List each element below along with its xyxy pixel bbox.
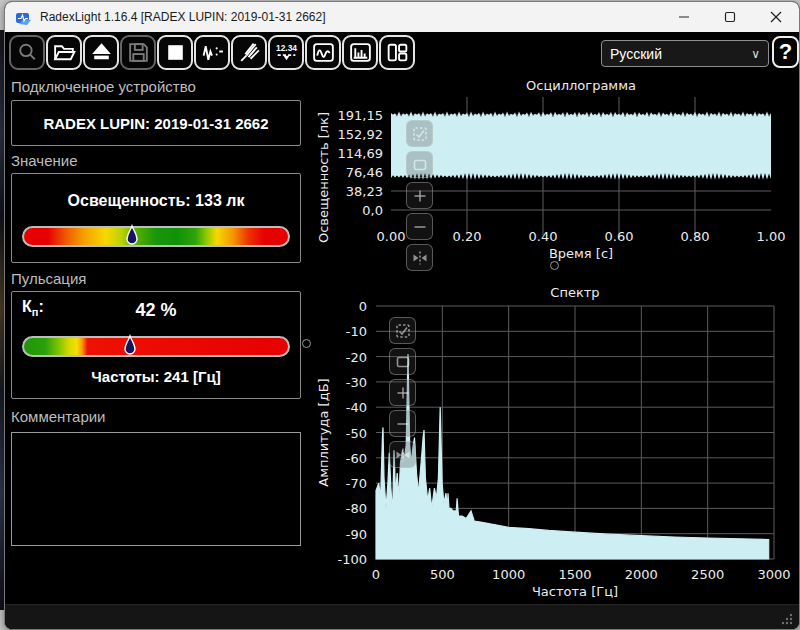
spec-x-tick: 1500 bbox=[558, 567, 591, 582]
search-device-button[interactable] bbox=[9, 35, 45, 70]
spectrum-view-button[interactable] bbox=[342, 35, 378, 70]
oscillogram-waveform bbox=[391, 111, 771, 179]
sweep-icon bbox=[237, 40, 262, 65]
value-header: Значение bbox=[11, 152, 78, 169]
clear-button[interactable] bbox=[231, 35, 267, 70]
oscillogram-select-region-button[interactable] bbox=[406, 120, 433, 147]
osc-y-tick: 152,92 bbox=[338, 127, 384, 142]
osc-y-tick: 191,15 bbox=[338, 108, 384, 123]
spectrum-zoom-out-button[interactable] bbox=[389, 410, 416, 437]
oscillogram-zoom-out-button[interactable] bbox=[406, 213, 433, 240]
osc-x-tick: 0.40 bbox=[529, 229, 558, 244]
toolbar: 12.34 Русский ∨ ? bbox=[5, 32, 799, 74]
stop-button[interactable] bbox=[157, 35, 193, 70]
zoom-out-icon bbox=[394, 415, 412, 433]
oscillogram-chart[interactable]: ОсциллограммаОсвещенность [лк]191,15152,… bbox=[316, 77, 795, 277]
device-box: RADEX LUPIN: 2019-01-31 2662 bbox=[11, 100, 301, 146]
eject-button[interactable] bbox=[83, 35, 119, 70]
svg-text:12.34: 12.34 bbox=[276, 43, 297, 53]
oscillogram-ylabel: Освещенность [лк] bbox=[316, 112, 331, 243]
zoom-in-icon bbox=[394, 384, 412, 402]
app-window: RadexLight 1.16.4 [RADEX LUPIN: 2019-01-… bbox=[4, 1, 800, 630]
spectrum-fit-width-button[interactable] bbox=[389, 441, 416, 468]
eject-icon bbox=[89, 40, 114, 65]
window-title: RadexLight 1.16.4 [RADEX LUPIN: 2019-01-… bbox=[40, 10, 326, 24]
spec-y-tick: -50 bbox=[346, 426, 367, 441]
oscillogram-title: Осциллограмма bbox=[526, 78, 636, 93]
spec-y-tick: -90 bbox=[346, 527, 367, 542]
comments-header: Комментарии bbox=[11, 408, 105, 425]
spec-y-tick: -60 bbox=[346, 451, 367, 466]
spectrum-title: Спектр bbox=[550, 285, 599, 300]
oscillogram-icon bbox=[311, 40, 336, 65]
value-box: Освещенность: 133 лк bbox=[11, 173, 301, 263]
close-icon bbox=[770, 11, 782, 23]
spec-x-tick: 3000 bbox=[757, 567, 790, 582]
spec-y-tick: -10 bbox=[346, 324, 367, 339]
osc-y-tick: 76,46 bbox=[346, 165, 383, 180]
osc-x-tick: 0.00 bbox=[377, 229, 406, 244]
pulsation-marker-icon bbox=[122, 331, 137, 361]
spec-x-tick: 1000 bbox=[492, 567, 525, 582]
minimize-button[interactable] bbox=[662, 2, 706, 32]
spectrum-zoom-in-button[interactable] bbox=[389, 379, 416, 406]
spec-x-tick: 500 bbox=[430, 567, 455, 582]
spec-y-tick: -100 bbox=[337, 552, 367, 567]
osc-y-tick: 38,23 bbox=[346, 184, 383, 199]
illuminance-scale-bar bbox=[22, 226, 290, 247]
close-button[interactable] bbox=[754, 2, 798, 32]
osc-y-tick: 0,0 bbox=[362, 203, 383, 218]
chevron-down-icon: ∨ bbox=[751, 47, 760, 61]
comments-input[interactable] bbox=[11, 432, 301, 546]
copy-view-icon bbox=[394, 353, 412, 371]
layout-view-button[interactable] bbox=[379, 35, 415, 70]
osc-x-tick: 0.60 bbox=[605, 229, 634, 244]
device-name: RADEX LUPIN: 2019-01-31 2662 bbox=[12, 101, 300, 145]
signal-marker-button[interactable] bbox=[194, 35, 230, 70]
oscillogram-fit-width-button[interactable] bbox=[406, 244, 433, 271]
save-icon bbox=[126, 40, 151, 65]
spectrum-icon bbox=[348, 40, 373, 65]
select-region-icon bbox=[411, 125, 429, 143]
osc-x-tick: 0.20 bbox=[453, 229, 482, 244]
fit-width-icon bbox=[394, 446, 412, 464]
spectrum-copy-view-button[interactable] bbox=[389, 348, 416, 375]
spectrum-trace bbox=[376, 354, 769, 559]
spec-y-tick: -80 bbox=[346, 501, 367, 516]
copy-view-icon bbox=[411, 156, 429, 174]
language-value: Русский bbox=[610, 46, 662, 62]
kp-value: 42 % bbox=[12, 300, 300, 321]
oscillogram-zoom-in-button[interactable] bbox=[406, 182, 433, 209]
illuminance-reading: Освещенность: 133 лк bbox=[12, 192, 300, 210]
readout-button[interactable]: 12.34 bbox=[268, 35, 304, 70]
pulsation-header: Пульсация bbox=[11, 270, 86, 287]
spec-x-tick: 2500 bbox=[691, 567, 724, 582]
select-region-icon bbox=[394, 322, 412, 340]
spectrum-select-region-button[interactable] bbox=[389, 317, 416, 344]
save-button[interactable] bbox=[120, 35, 156, 70]
maximize-button[interactable] bbox=[708, 2, 752, 32]
open-file-button[interactable] bbox=[46, 35, 82, 70]
osc-x-tick: 1.00 bbox=[757, 229, 786, 244]
maximize-icon bbox=[724, 11, 736, 23]
spec-y-tick: -40 bbox=[346, 400, 367, 415]
resize-grip-icon[interactable] bbox=[780, 612, 793, 625]
illuminance-marker-icon bbox=[125, 221, 140, 251]
spec-y-tick: 0 bbox=[359, 299, 367, 314]
spec-y-tick: -70 bbox=[346, 476, 367, 491]
titlebar: RadexLight 1.16.4 [RADEX LUPIN: 2019-01-… bbox=[5, 2, 799, 32]
oscillogram-view-button[interactable] bbox=[305, 35, 341, 70]
statusbar bbox=[5, 604, 799, 629]
vertical-splitter-handle[interactable] bbox=[302, 339, 311, 348]
folder-open-icon bbox=[52, 40, 77, 65]
minimize-icon bbox=[678, 11, 690, 23]
osc-y-tick: 114,69 bbox=[338, 146, 384, 161]
spec-y-tick: -20 bbox=[346, 350, 367, 365]
oscillogram-copy-view-button[interactable] bbox=[406, 151, 433, 178]
zoom-in-icon bbox=[411, 187, 429, 205]
layout-icon bbox=[385, 40, 410, 65]
zoom-out-icon bbox=[411, 218, 429, 236]
spectrum-chart[interactable]: СпектрАмплитуда [дБ]0-10-20-30-40-50-60-… bbox=[316, 285, 795, 605]
help-button[interactable]: ? bbox=[772, 36, 799, 68]
language-select[interactable]: Русский ∨ bbox=[601, 40, 769, 67]
